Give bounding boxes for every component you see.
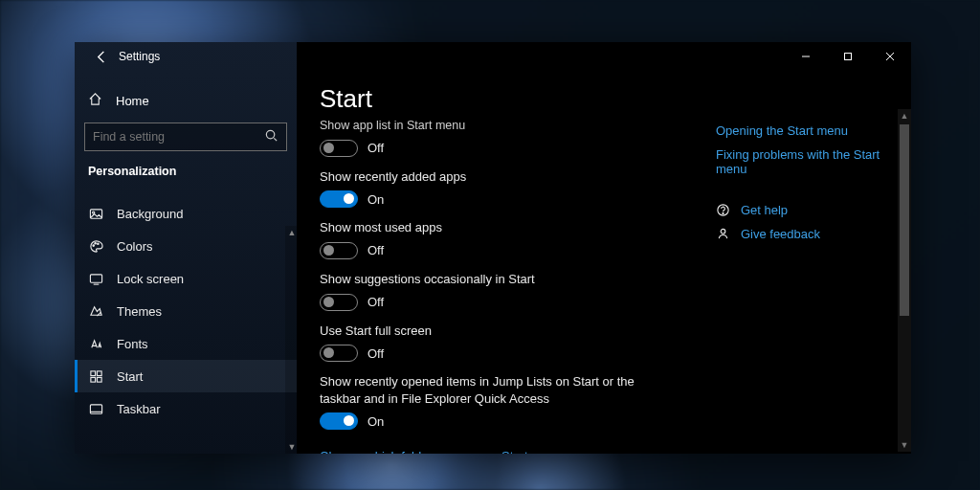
svg-point-9 (94, 242, 96, 244)
toggle-recently-added[interactable] (320, 190, 358, 208)
search-input-wrap[interactable] (84, 122, 287, 151)
close-button[interactable] (869, 42, 911, 71)
minimize-button[interactable] (785, 42, 827, 71)
svg-point-21 (722, 229, 726, 234)
sidebar-item-label: Taskbar (117, 402, 161, 416)
sidebar: Home Personalization Background Colors (75, 42, 297, 454)
toggle-state: On (368, 414, 384, 429)
give-feedback-row[interactable]: Give feedback (716, 227, 911, 241)
setting-label: Show app list in Start menu (320, 118, 655, 134)
toggle-full-screen[interactable] (320, 345, 358, 362)
sidebar-item-colors[interactable]: Colors (75, 230, 297, 262)
sidebar-item-label: Start (117, 369, 143, 384)
search-icon (264, 128, 278, 145)
related-link-fix-start[interactable]: Fixing problems with the Start menu (716, 147, 911, 176)
start-icon (88, 369, 103, 384)
setting-jump-lists: Show recently opened items in Jump Lists… (320, 373, 678, 430)
toggle-state: Off (368, 141, 384, 155)
sidebar-home-label: Home (116, 94, 149, 108)
sidebar-item-label: Background (117, 207, 183, 221)
scroll-thumb[interactable] (900, 124, 909, 316)
toggle-suggestions[interactable] (320, 294, 358, 311)
setting-app-list: Show app list in Start menu Off (320, 118, 678, 157)
setting-label: Show recently opened items in Jump Lists… (320, 373, 655, 407)
related-link-open-start[interactable]: Opening the Start menu (716, 123, 911, 138)
svg-rect-16 (97, 377, 101, 382)
titlebar: Settings (75, 42, 911, 71)
sidebar-nav-list: Background Colors Lock screen Themes (75, 197, 297, 425)
fonts-icon (88, 337, 103, 351)
sidebar-item-label: Lock screen (117, 272, 184, 286)
search-input[interactable] (93, 130, 264, 144)
sidebar-item-themes[interactable]: Themes (75, 295, 297, 327)
help-icon (716, 203, 731, 217)
sidebar-group-header: Personalization (75, 165, 297, 188)
setting-recently-added: Show recently added apps On (320, 168, 678, 209)
svg-point-10 (97, 242, 99, 244)
sidebar-item-label: Fonts (117, 337, 148, 351)
sidebar-item-taskbar[interactable]: Taskbar (75, 392, 297, 425)
toggle-state: Off (368, 346, 384, 361)
get-help-label: Get help (741, 203, 788, 217)
themes-icon (88, 304, 103, 319)
sidebar-home[interactable]: Home (75, 84, 297, 117)
settings-window: Settings Home Personalization (75, 42, 911, 454)
setting-label: Show suggestions occasionally in Start (320, 271, 655, 288)
lock-screen-icon (88, 272, 103, 286)
svg-point-8 (92, 244, 94, 246)
sidebar-item-lock-screen[interactable]: Lock screen (75, 262, 297, 295)
svg-point-4 (266, 130, 274, 138)
setting-label: Show recently added apps (320, 168, 655, 186)
sidebar-item-fonts[interactable]: Fonts (75, 327, 297, 360)
svg-rect-6 (90, 209, 101, 217)
sidebar-item-start[interactable]: Start (75, 360, 297, 392)
related-column: Opening the Start menu Fixing problems w… (716, 120, 911, 454)
window-controls (785, 42, 911, 71)
svg-line-5 (274, 138, 277, 141)
main-scrollbar[interactable]: ▲ ▼ (898, 109, 911, 452)
main-content: Start Show app list in Start menu Off Sh… (297, 42, 911, 454)
scroll-down-icon[interactable]: ▼ (898, 438, 911, 452)
give-feedback-label: Give feedback (741, 227, 820, 241)
toggle-state: On (368, 192, 384, 207)
svg-rect-14 (97, 370, 101, 375)
toggle-most-used[interactable] (320, 242, 358, 259)
choose-folders-link[interactable]: Choose which folders appear on Start (320, 449, 528, 454)
settings-column: Show app list in Start menu Off Show rec… (320, 120, 678, 454)
toggle-app-list[interactable] (320, 140, 358, 157)
back-icon[interactable] (88, 50, 115, 64)
svg-rect-1 (845, 54, 852, 60)
setting-most-used: Show most used apps Off (320, 219, 678, 259)
setting-label: Use Start full screen (320, 323, 655, 340)
setting-full-screen: Use Start full screen Off (320, 323, 678, 363)
taskbar-icon (88, 402, 103, 416)
sidebar-item-label: Themes (117, 304, 162, 319)
get-help-row[interactable]: Get help (716, 203, 911, 217)
palette-icon (88, 239, 103, 254)
window-title: Settings (119, 50, 160, 63)
toggle-jump-lists[interactable] (320, 412, 358, 430)
feedback-icon (716, 227, 731, 241)
svg-rect-13 (90, 370, 95, 375)
setting-suggestions: Show suggestions occasionally in Start O… (320, 271, 678, 311)
maximize-button[interactable] (827, 42, 869, 71)
page-title: Start (320, 84, 911, 114)
svg-point-20 (723, 212, 724, 213)
setting-label: Show most used apps (320, 219, 655, 236)
sidebar-item-background[interactable]: Background (75, 197, 297, 230)
picture-icon (88, 207, 103, 221)
home-icon (88, 92, 102, 109)
svg-rect-11 (90, 274, 101, 281)
scroll-up-icon[interactable]: ▲ (898, 109, 911, 122)
toggle-state: Off (368, 295, 384, 309)
svg-rect-15 (90, 377, 95, 382)
toggle-state: Off (368, 243, 384, 257)
sidebar-item-label: Colors (117, 239, 153, 254)
